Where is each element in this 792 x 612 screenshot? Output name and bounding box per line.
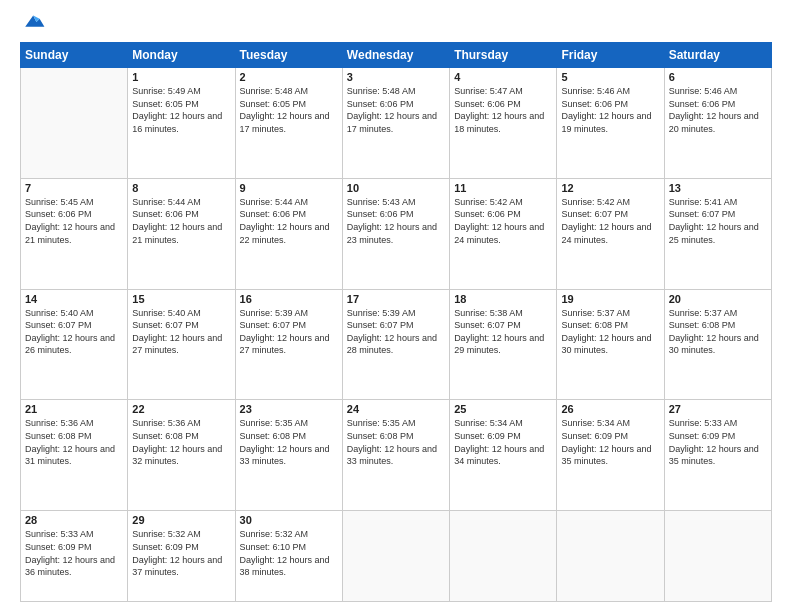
day-number: 28 <box>25 514 123 526</box>
calendar-cell <box>21 68 128 179</box>
day-number: 22 <box>132 403 230 415</box>
calendar-cell <box>664 511 771 602</box>
day-info: Sunrise: 5:38 AMSunset: 6:07 PMDaylight:… <box>454 307 552 357</box>
day-number: 4 <box>454 71 552 83</box>
calendar-cell: 27Sunrise: 5:33 AMSunset: 6:09 PMDayligh… <box>664 400 771 511</box>
day-info: Sunrise: 5:42 AMSunset: 6:07 PMDaylight:… <box>561 196 659 246</box>
day-number: 12 <box>561 182 659 194</box>
day-number: 10 <box>347 182 445 194</box>
day-number: 9 <box>240 182 338 194</box>
day-number: 6 <box>669 71 767 83</box>
calendar-cell: 30Sunrise: 5:32 AMSunset: 6:10 PMDayligh… <box>235 511 342 602</box>
day-info: Sunrise: 5:34 AMSunset: 6:09 PMDaylight:… <box>561 417 659 467</box>
day-info: Sunrise: 5:36 AMSunset: 6:08 PMDaylight:… <box>25 417 123 467</box>
weekday-header-row: SundayMondayTuesdayWednesdayThursdayFrid… <box>21 43 772 68</box>
day-info: Sunrise: 5:33 AMSunset: 6:09 PMDaylight:… <box>25 528 123 578</box>
day-info: Sunrise: 5:45 AMSunset: 6:06 PMDaylight:… <box>25 196 123 246</box>
day-number: 5 <box>561 71 659 83</box>
weekday-header-wednesday: Wednesday <box>342 43 449 68</box>
calendar-cell: 20Sunrise: 5:37 AMSunset: 6:08 PMDayligh… <box>664 289 771 400</box>
calendar-cell: 12Sunrise: 5:42 AMSunset: 6:07 PMDayligh… <box>557 178 664 289</box>
calendar-week-row: 14Sunrise: 5:40 AMSunset: 6:07 PMDayligh… <box>21 289 772 400</box>
calendar-cell: 3Sunrise: 5:48 AMSunset: 6:06 PMDaylight… <box>342 68 449 179</box>
weekday-header-monday: Monday <box>128 43 235 68</box>
day-info: Sunrise: 5:44 AMSunset: 6:06 PMDaylight:… <box>132 196 230 246</box>
page: SundayMondayTuesdayWednesdayThursdayFrid… <box>0 0 792 612</box>
calendar-cell: 29Sunrise: 5:32 AMSunset: 6:09 PMDayligh… <box>128 511 235 602</box>
weekday-header-sunday: Sunday <box>21 43 128 68</box>
day-info: Sunrise: 5:40 AMSunset: 6:07 PMDaylight:… <box>132 307 230 357</box>
calendar-week-row: 1Sunrise: 5:49 AMSunset: 6:05 PMDaylight… <box>21 68 772 179</box>
day-info: Sunrise: 5:39 AMSunset: 6:07 PMDaylight:… <box>347 307 445 357</box>
calendar-cell: 7Sunrise: 5:45 AMSunset: 6:06 PMDaylight… <box>21 178 128 289</box>
calendar-cell: 14Sunrise: 5:40 AMSunset: 6:07 PMDayligh… <box>21 289 128 400</box>
calendar-cell: 22Sunrise: 5:36 AMSunset: 6:08 PMDayligh… <box>128 400 235 511</box>
calendar-cell: 11Sunrise: 5:42 AMSunset: 6:06 PMDayligh… <box>450 178 557 289</box>
calendar-cell: 13Sunrise: 5:41 AMSunset: 6:07 PMDayligh… <box>664 178 771 289</box>
day-info: Sunrise: 5:48 AMSunset: 6:05 PMDaylight:… <box>240 85 338 135</box>
calendar-cell: 5Sunrise: 5:46 AMSunset: 6:06 PMDaylight… <box>557 68 664 179</box>
day-info: Sunrise: 5:36 AMSunset: 6:08 PMDaylight:… <box>132 417 230 467</box>
day-info: Sunrise: 5:32 AMSunset: 6:09 PMDaylight:… <box>132 528 230 578</box>
weekday-header-thursday: Thursday <box>450 43 557 68</box>
weekday-header-tuesday: Tuesday <box>235 43 342 68</box>
day-info: Sunrise: 5:34 AMSunset: 6:09 PMDaylight:… <box>454 417 552 467</box>
day-number: 25 <box>454 403 552 415</box>
calendar-cell: 2Sunrise: 5:48 AMSunset: 6:05 PMDaylight… <box>235 68 342 179</box>
day-number: 8 <box>132 182 230 194</box>
day-number: 19 <box>561 293 659 305</box>
calendar-cell: 24Sunrise: 5:35 AMSunset: 6:08 PMDayligh… <box>342 400 449 511</box>
day-number: 27 <box>669 403 767 415</box>
day-number: 2 <box>240 71 338 83</box>
day-info: Sunrise: 5:44 AMSunset: 6:06 PMDaylight:… <box>240 196 338 246</box>
calendar-cell: 10Sunrise: 5:43 AMSunset: 6:06 PMDayligh… <box>342 178 449 289</box>
calendar-cell: 9Sunrise: 5:44 AMSunset: 6:06 PMDaylight… <box>235 178 342 289</box>
calendar-week-row: 28Sunrise: 5:33 AMSunset: 6:09 PMDayligh… <box>21 511 772 602</box>
day-info: Sunrise: 5:37 AMSunset: 6:08 PMDaylight:… <box>561 307 659 357</box>
calendar-cell: 17Sunrise: 5:39 AMSunset: 6:07 PMDayligh… <box>342 289 449 400</box>
day-number: 7 <box>25 182 123 194</box>
calendar-cell: 4Sunrise: 5:47 AMSunset: 6:06 PMDaylight… <box>450 68 557 179</box>
day-number: 21 <box>25 403 123 415</box>
calendar-cell: 8Sunrise: 5:44 AMSunset: 6:06 PMDaylight… <box>128 178 235 289</box>
day-number: 11 <box>454 182 552 194</box>
day-number: 15 <box>132 293 230 305</box>
day-info: Sunrise: 5:46 AMSunset: 6:06 PMDaylight:… <box>669 85 767 135</box>
day-number: 3 <box>347 71 445 83</box>
day-info: Sunrise: 5:33 AMSunset: 6:09 PMDaylight:… <box>669 417 767 467</box>
calendar-cell: 6Sunrise: 5:46 AMSunset: 6:06 PMDaylight… <box>664 68 771 179</box>
day-number: 14 <box>25 293 123 305</box>
logo-bird-icon <box>22 12 46 32</box>
calendar-cell <box>450 511 557 602</box>
day-number: 23 <box>240 403 338 415</box>
calendar-cell: 26Sunrise: 5:34 AMSunset: 6:09 PMDayligh… <box>557 400 664 511</box>
day-info: Sunrise: 5:48 AMSunset: 6:06 PMDaylight:… <box>347 85 445 135</box>
calendar-week-row: 21Sunrise: 5:36 AMSunset: 6:08 PMDayligh… <box>21 400 772 511</box>
calendar-cell: 19Sunrise: 5:37 AMSunset: 6:08 PMDayligh… <box>557 289 664 400</box>
day-number: 18 <box>454 293 552 305</box>
day-info: Sunrise: 5:42 AMSunset: 6:06 PMDaylight:… <box>454 196 552 246</box>
day-info: Sunrise: 5:32 AMSunset: 6:10 PMDaylight:… <box>240 528 338 578</box>
calendar-cell: 25Sunrise: 5:34 AMSunset: 6:09 PMDayligh… <box>450 400 557 511</box>
day-info: Sunrise: 5:43 AMSunset: 6:06 PMDaylight:… <box>347 196 445 246</box>
calendar-cell <box>342 511 449 602</box>
day-number: 24 <box>347 403 445 415</box>
calendar-cell: 21Sunrise: 5:36 AMSunset: 6:08 PMDayligh… <box>21 400 128 511</box>
day-number: 16 <box>240 293 338 305</box>
day-info: Sunrise: 5:37 AMSunset: 6:08 PMDaylight:… <box>669 307 767 357</box>
calendar-week-row: 7Sunrise: 5:45 AMSunset: 6:06 PMDaylight… <box>21 178 772 289</box>
calendar-cell: 18Sunrise: 5:38 AMSunset: 6:07 PMDayligh… <box>450 289 557 400</box>
day-info: Sunrise: 5:39 AMSunset: 6:07 PMDaylight:… <box>240 307 338 357</box>
day-number: 13 <box>669 182 767 194</box>
calendar-cell: 23Sunrise: 5:35 AMSunset: 6:08 PMDayligh… <box>235 400 342 511</box>
day-info: Sunrise: 5:35 AMSunset: 6:08 PMDaylight:… <box>240 417 338 467</box>
day-info: Sunrise: 5:47 AMSunset: 6:06 PMDaylight:… <box>454 85 552 135</box>
calendar-cell <box>557 511 664 602</box>
day-number: 1 <box>132 71 230 83</box>
day-info: Sunrise: 5:35 AMSunset: 6:08 PMDaylight:… <box>347 417 445 467</box>
logo <box>20 16 46 32</box>
calendar-cell: 15Sunrise: 5:40 AMSunset: 6:07 PMDayligh… <box>128 289 235 400</box>
day-number: 26 <box>561 403 659 415</box>
day-number: 30 <box>240 514 338 526</box>
day-info: Sunrise: 5:49 AMSunset: 6:05 PMDaylight:… <box>132 85 230 135</box>
